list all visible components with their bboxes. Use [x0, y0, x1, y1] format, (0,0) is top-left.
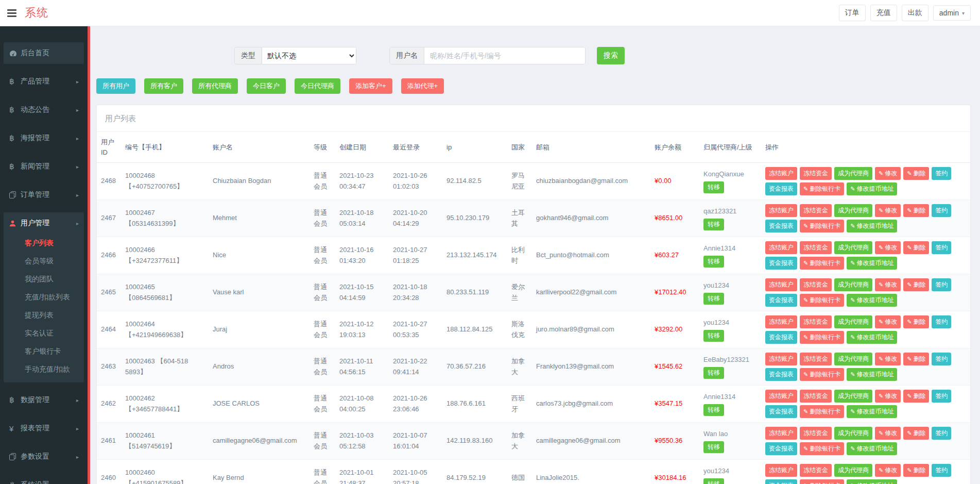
action-button-冻结资金[interactable]: 冻结资金: [800, 167, 832, 180]
transfer-button[interactable]: 转移: [703, 256, 724, 268]
action-button-冻结资金[interactable]: 冻结资金: [800, 241, 832, 254]
sidebar-subitem-充值/扣款列表[interactable]: 充值/扣款列表: [4, 288, 84, 306]
action-button-删除[interactable]: ✎删除: [903, 315, 929, 328]
action-button-冻结账户[interactable]: 冻结账户: [765, 241, 797, 254]
sidebar-subitem-客户银行卡[interactable]: 客户银行卡: [4, 342, 84, 360]
action-button-删除[interactable]: ✎删除: [903, 167, 929, 180]
action-button-资金报表[interactable]: 资金报表: [765, 442, 797, 455]
action-button-删除银行卡[interactable]: ✎删除银行卡: [800, 331, 844, 344]
transfer-button[interactable]: 转移: [703, 441, 724, 453]
transfer-button[interactable]: 转移: [703, 293, 724, 305]
action-button-修改[interactable]: ✎修改: [875, 315, 901, 328]
action-button-删除[interactable]: ✎删除: [903, 427, 929, 440]
sidebar-subitem-手动充值/扣款[interactable]: 手动充值/扣款: [4, 360, 84, 378]
quick-button-今日客户[interactable]: 今日客户: [247, 78, 286, 94]
action-button-冻结账户[interactable]: 冻结账户: [765, 353, 797, 365]
quick-button-今日代理商[interactable]: 今日代理商: [295, 78, 340, 94]
action-button-修改提币地址[interactable]: ✎修改提币地址: [847, 182, 897, 195]
action-button-修改提币地址[interactable]: ✎修改提币地址: [847, 405, 897, 418]
action-button-资金报表[interactable]: 资金报表: [765, 220, 797, 232]
topnav-button[interactable]: 充值: [870, 5, 897, 21]
action-button-删除[interactable]: ✎删除: [903, 241, 929, 254]
action-button-删除银行卡[interactable]: ✎删除银行卡: [800, 442, 844, 455]
action-button-冻结账户[interactable]: 冻结账户: [765, 167, 797, 180]
action-button-资金报表[interactable]: 资金报表: [765, 257, 797, 270]
sidebar-item-报表管理[interactable]: ¥报表管理▸: [4, 418, 84, 439]
action-button-成为代理商[interactable]: 成为代理商: [834, 167, 872, 180]
action-button-修改[interactable]: ✎修改: [875, 241, 901, 254]
quick-button-所有代理商[interactable]: 所有代理商: [192, 78, 238, 94]
quick-button-所有用户[interactable]: 所有用户: [96, 78, 135, 94]
action-button-修改提币地址[interactable]: ✎修改提币地址: [847, 331, 897, 344]
username-input[interactable]: [424, 47, 585, 64]
action-button-签约[interactable]: 签约: [932, 241, 951, 254]
sidebar-item-后台首页[interactable]: 后台首页: [4, 42, 84, 64]
action-button-删除银行卡[interactable]: ✎删除银行卡: [800, 294, 844, 307]
action-button-资金报表[interactable]: 资金报表: [765, 182, 797, 195]
action-button-冻结资金[interactable]: 冻结资金: [800, 464, 832, 477]
action-button-删除银行卡[interactable]: ✎删除银行卡: [800, 479, 844, 484]
action-button-资金报表[interactable]: 资金报表: [765, 368, 797, 381]
sidebar-subitem-会员等级[interactable]: 会员等级: [4, 252, 84, 270]
action-button-冻结账户[interactable]: 冻结账户: [765, 278, 797, 291]
action-button-冻结账户[interactable]: 冻结账户: [765, 204, 797, 217]
transfer-button[interactable]: 转移: [703, 404, 724, 416]
quick-button-所有客户[interactable]: 所有客户: [144, 78, 183, 94]
action-button-修改[interactable]: ✎修改: [875, 427, 901, 440]
action-button-冻结账户[interactable]: 冻结账户: [765, 390, 797, 403]
action-button-删除银行卡[interactable]: ✎删除银行卡: [800, 405, 844, 418]
action-button-签约[interactable]: 签约: [932, 315, 951, 328]
action-button-修改提币地址[interactable]: ✎修改提币地址: [847, 479, 897, 484]
action-button-签约[interactable]: 签约: [932, 353, 951, 365]
sidebar-item-产品管理[interactable]: ฿产品管理▸: [4, 71, 84, 92]
action-button-修改提币地址[interactable]: ✎修改提币地址: [847, 257, 897, 270]
transfer-button[interactable]: 转移: [703, 181, 724, 193]
action-button-冻结账户[interactable]: 冻结账户: [765, 464, 797, 477]
action-button-成为代理商[interactable]: 成为代理商: [834, 390, 872, 403]
topnav-button[interactable]: 订单: [839, 5, 866, 21]
action-button-签约[interactable]: 签约: [932, 464, 951, 477]
action-button-删除[interactable]: ✎删除: [903, 204, 929, 217]
transfer-button[interactable]: 转移: [703, 330, 724, 342]
action-button-修改[interactable]: ✎修改: [875, 390, 901, 403]
sidebar-item-订单管理[interactable]: 订单管理▸: [4, 184, 84, 206]
action-button-修改提币地址[interactable]: ✎修改提币地址: [847, 442, 897, 455]
action-button-冻结资金[interactable]: 冻结资金: [800, 427, 832, 440]
sidebar-subitem-我的团队[interactable]: 我的团队: [4, 270, 84, 288]
action-button-签约[interactable]: 签约: [932, 390, 951, 403]
action-button-修改提币地址[interactable]: ✎修改提币地址: [847, 294, 897, 307]
action-button-修改提币地址[interactable]: ✎修改提币地址: [847, 368, 897, 381]
search-button[interactable]: 搜索: [597, 47, 625, 64]
sidebar-item-动态公告[interactable]: ฿动态公告▸: [4, 99, 84, 121]
action-button-删除[interactable]: ✎删除: [903, 464, 929, 477]
action-button-删除银行卡[interactable]: ✎删除银行卡: [800, 368, 844, 381]
transfer-button[interactable]: 转移: [703, 478, 724, 484]
action-button-资金报表[interactable]: 资金报表: [765, 479, 797, 484]
transfer-button[interactable]: 转移: [703, 219, 724, 230]
sidebar-subitem-客户列表[interactable]: 客户列表: [4, 234, 84, 252]
action-button-修改[interactable]: ✎修改: [875, 204, 901, 217]
action-button-冻结资金[interactable]: 冻结资金: [800, 204, 832, 217]
action-button-修改[interactable]: ✎修改: [875, 464, 901, 477]
sidebar-item-用户管理[interactable]: 用户管理▸: [4, 212, 84, 234]
action-button-删除银行卡[interactable]: ✎删除银行卡: [800, 182, 844, 195]
action-button-删除[interactable]: ✎删除: [903, 390, 929, 403]
type-select[interactable]: 默认不选: [262, 47, 356, 64]
action-button-资金报表[interactable]: 资金报表: [765, 331, 797, 344]
sidebar-item-系统设置[interactable]: 系统设置▸: [4, 474, 84, 484]
action-button-资金报表[interactable]: 资金报表: [765, 405, 797, 418]
action-button-删除银行卡[interactable]: ✎删除银行卡: [800, 257, 844, 270]
action-button-成为代理商[interactable]: 成为代理商: [834, 204, 872, 217]
sidebar-item-数据管理[interactable]: ฿数据管理▸: [4, 389, 84, 411]
action-button-成为代理商[interactable]: 成为代理商: [834, 464, 872, 477]
action-button-资金报表[interactable]: 资金报表: [765, 294, 797, 307]
action-button-冻结账户[interactable]: 冻结账户: [765, 315, 797, 328]
sidebar-subitem-实名认证[interactable]: 实名认证: [4, 324, 84, 342]
action-button-签约[interactable]: 签约: [932, 204, 951, 217]
sidebar-subitem-提现列表[interactable]: 提现列表: [4, 306, 84, 324]
action-button-删除[interactable]: ✎删除: [903, 353, 929, 365]
topnav-button[interactable]: 出款: [902, 5, 929, 21]
action-button-成为代理商[interactable]: 成为代理商: [834, 353, 872, 365]
action-button-冻结资金[interactable]: 冻结资金: [800, 315, 832, 328]
action-button-修改[interactable]: ✎修改: [875, 353, 901, 365]
